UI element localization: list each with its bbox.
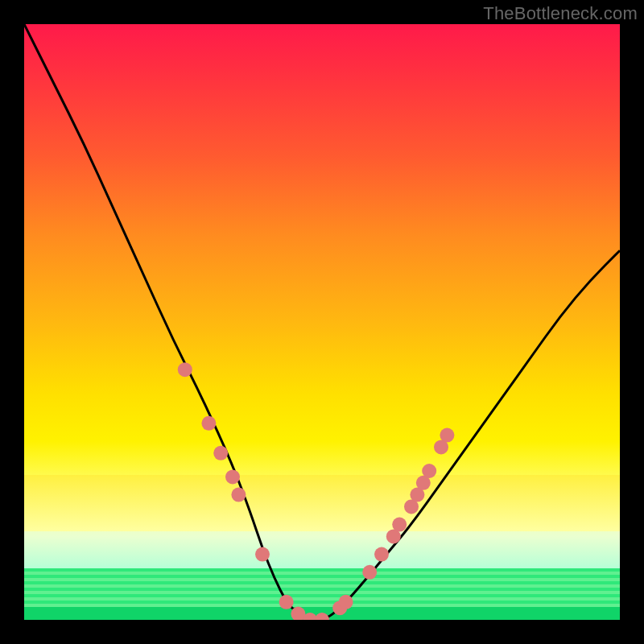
data-marker — [392, 518, 407, 532]
data-marker — [213, 446, 228, 460]
data-marker — [339, 595, 353, 609]
data-marker — [440, 428, 454, 443]
data-marker — [315, 613, 329, 620]
data-marker — [231, 488, 246, 502]
data-marker — [178, 362, 192, 377]
curve-layer — [24, 24, 620, 620]
outer-frame: TheBottleneck.com — [0, 0, 644, 644]
data-marker — [362, 565, 377, 580]
data-marker — [279, 595, 294, 609]
plot-area — [24, 24, 620, 620]
watermark-text: TheBottleneck.com — [483, 3, 638, 24]
data-marker — [374, 547, 389, 562]
bottleneck-curve — [24, 24, 620, 620]
data-marker — [201, 416, 216, 431]
data-marker — [225, 469, 240, 484]
data-marker — [255, 547, 270, 562]
data-marker — [422, 464, 436, 478]
